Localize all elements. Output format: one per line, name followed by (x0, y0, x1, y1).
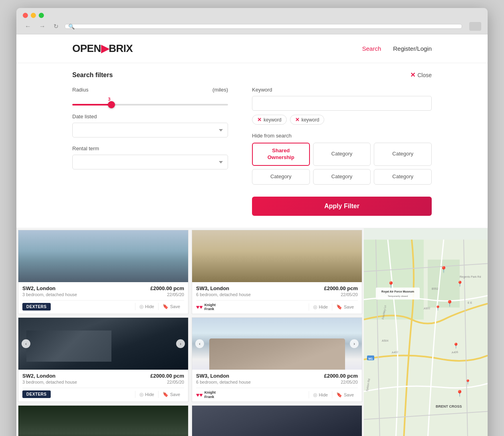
hide-from-search-group: Hide from search SharedOwnership Categor… (252, 133, 432, 185)
svg-text:A502: A502 (423, 307, 430, 310)
address-bar: ← → ↻ 🔍 (23, 22, 481, 31)
browser-window: ← → ↻ 🔍 OPEN▶BRIX Search Register/Login … (16, 8, 488, 436)
save-btn-2[interactable]: 🔖 Save (332, 303, 358, 311)
save-label-1: Save (170, 304, 180, 309)
property-location-row-2: SW3, London £2000.00 pcm (196, 285, 358, 291)
property-date-3: 22/05/20 (167, 380, 184, 384)
radius-unit: (miles) (212, 87, 228, 93)
svg-rect-1 (364, 239, 424, 319)
map-column: A502 A406 A402 B552 E E Regents Park Rd … (364, 228, 488, 436)
save-label-4: Save (344, 392, 354, 397)
svg-text:A406: A406 (451, 350, 458, 354)
back-button[interactable]: ← (23, 22, 33, 31)
url-bar[interactable]: 🔍 (65, 24, 462, 29)
map-svg: A502 A406 A402 B552 E E Regents Park Rd … (364, 228, 488, 436)
svg-text:📍: 📍 (435, 305, 441, 311)
tab-button[interactable] (469, 22, 481, 31)
category-grid: SharedOwnership Category Category Catego… (252, 143, 432, 185)
property-location-row-1: SW2, London £2000.00 pcm (22, 285, 184, 291)
radius-slider-fill (72, 104, 111, 106)
action-btns-2: ◎ Hide 🔖 Save (309, 303, 358, 311)
category-btn-4[interactable]: Category (252, 169, 310, 185)
category-shared-ownership[interactable]: SharedOwnership (252, 143, 310, 166)
filters-header: Search filters ✕ Close (72, 71, 432, 79)
remove-tag-2-button[interactable]: ✕ (295, 117, 300, 123)
filters-left: Radius (miles) 3 Date listed (72, 87, 228, 216)
keyword-tag-1: ✕ keyword (252, 115, 287, 125)
svg-text:📍: 📍 (456, 389, 464, 397)
listings-column: SW2, London £2000.00 pcm 3 bedroom, deta… (16, 228, 364, 436)
property-desc-row-3: 3 bedroom, detached house 22/05/20 (22, 380, 184, 384)
property-date-2: 22/05/20 (341, 292, 358, 297)
property-image-2 (192, 230, 362, 282)
hide-btn-4[interactable]: ◎ Hide (309, 391, 332, 398)
keyword-input[interactable] (252, 96, 432, 111)
hide-label-2: Hide (319, 305, 328, 309)
svg-text:📍: 📍 (456, 280, 464, 287)
category-btn-3[interactable]: Category (374, 143, 432, 166)
action-btns-4: ◎ Hide 🔖 Save (309, 391, 358, 398)
filters-right: Keyword ✕ keyword ✕ keyword (252, 87, 432, 216)
keyword-tags: ✕ keyword ✕ keyword (252, 115, 432, 125)
property-image-3 (18, 318, 188, 370)
hide-icon-2: ◎ (313, 304, 317, 310)
save-btn-4[interactable]: 🔖 Save (332, 391, 358, 398)
action-btns-3: ◎ Hide 🔖 Save (135, 391, 184, 398)
svg-text:📍: 📍 (465, 378, 471, 384)
nav-login-link[interactable]: Register/Login (393, 45, 432, 52)
property-footer-4: ♥♥ KnightFrank ◎ Hide 🔖 (196, 388, 358, 399)
browser-chrome: ← → ↻ 🔍 (16, 8, 488, 34)
property-info-4: SW3, London £2000.00 pcm 6 bedroom, deta… (192, 370, 362, 402)
nav-search-link[interactable]: Search (362, 45, 381, 52)
property-location-1: SW2, London (22, 285, 56, 291)
radius-label: Radius (72, 87, 88, 93)
close-filters-button[interactable]: ✕ Close (410, 71, 432, 79)
minimize-traffic-light[interactable] (31, 13, 36, 18)
remove-tag-1-button[interactable]: ✕ (257, 117, 262, 123)
property-image-4 (192, 318, 362, 370)
rental-term-select[interactable] (72, 155, 228, 169)
logo: OPEN▶BRIX (72, 42, 133, 55)
property-desc-2: 6 bedroom, detached house (196, 292, 251, 297)
property-info-1: SW2, London £2000.00 pcm 3 bedroom, deta… (18, 282, 188, 313)
maximize-traffic-light[interactable] (39, 13, 44, 18)
radius-value: 3 (108, 97, 111, 102)
property-date-1: 22/05/20 (167, 292, 184, 297)
forward-button[interactable]: → (37, 22, 48, 31)
category-btn-6[interactable]: Category (374, 169, 432, 185)
date-listed-select[interactable] (72, 123, 228, 137)
svg-text:📍: 📍 (452, 342, 460, 349)
property-location-row-3: SW2, London £2000.00 pcm (22, 373, 184, 379)
property-image-5 (18, 406, 188, 436)
filters-panel: Search filters ✕ Close Radius (miles) (16, 63, 488, 228)
radius-slider-container: 3 (72, 104, 228, 106)
property-image-6 (192, 406, 362, 436)
property-footer-3: Dexters ◎ Hide 🔖 Save (22, 388, 184, 398)
rental-term-filter-group: Rental term (72, 145, 228, 169)
hide-label-1: Hide (145, 304, 154, 309)
svg-text:Regents Park Rd: Regents Park Rd (460, 275, 481, 278)
radius-slider-thumb[interactable] (108, 101, 115, 108)
category-btn-5[interactable]: Category (313, 169, 371, 185)
radius-slider-track (72, 104, 228, 106)
close-traffic-light[interactable] (23, 13, 28, 18)
apply-filter-button[interactable]: Apply Filter (252, 197, 432, 216)
property-image-1 (18, 230, 188, 282)
hide-btn-2[interactable]: ◎ Hide (309, 303, 332, 311)
header: OPEN▶BRIX Search Register/Login (16, 34, 488, 63)
date-listed-filter-group: Date listed (72, 113, 228, 137)
svg-text:Temporarily closed: Temporarily closed (388, 295, 408, 297)
hide-label-3: Hide (145, 392, 154, 397)
category-btn-2[interactable]: Category (313, 143, 371, 166)
map-container[interactable]: A502 A406 A402 B552 E E Regents Park Rd … (364, 228, 488, 436)
hide-btn-1[interactable]: ◎ Hide (135, 303, 158, 310)
property-footer-2: ♥♥ KnightFrank ◎ Hide 🔖 (196, 300, 358, 312)
close-label: Close (417, 72, 432, 78)
hide-btn-3[interactable]: ◎ Hide (135, 391, 158, 398)
reload-button[interactable]: ↻ (52, 22, 61, 31)
save-btn-3[interactable]: 🔖 Save (158, 391, 184, 398)
kf-hearts-icon: ♥♥ (196, 304, 203, 310)
save-btn-1[interactable]: 🔖 Save (158, 303, 184, 310)
partial-card-6 (192, 405, 362, 436)
svg-text:M1: M1 (368, 356, 373, 360)
